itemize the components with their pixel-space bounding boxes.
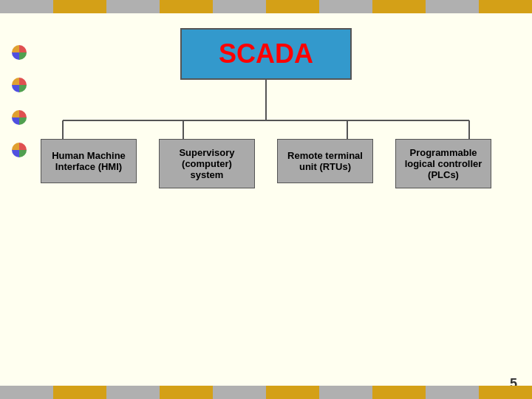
top-bar-segment bbox=[266, 0, 319, 13]
bottom-bar-segment bbox=[0, 386, 53, 399]
bottom-bar-segment bbox=[479, 386, 532, 399]
bottom-bar-segment bbox=[319, 386, 372, 399]
bottom-bar-segment bbox=[213, 386, 266, 399]
diagram-area: Human Machine Interface (HMI)Supervisory… bbox=[22, 80, 510, 228]
top-bar-segment bbox=[160, 0, 213, 13]
bottom-bar-segment bbox=[160, 386, 213, 399]
top-bar-segment bbox=[106, 0, 160, 13]
top-bar-segment bbox=[213, 0, 266, 13]
bottom-bar-segment bbox=[266, 386, 319, 399]
bottom-bar-segment bbox=[106, 386, 160, 399]
child-box-supervisory: Supervisory (computer) system bbox=[159, 139, 255, 188]
top-bar-segment bbox=[0, 0, 53, 13]
top-bar-segment bbox=[479, 0, 532, 13]
children-row: Human Machine Interface (HMI)Supervisory… bbox=[22, 139, 510, 188]
top-bar-segment bbox=[53, 0, 106, 13]
main-content: SCADA Human Machine Interface (HMI)Super… bbox=[0, 13, 532, 242]
scada-label: SCADA bbox=[219, 38, 313, 69]
scada-box: SCADA bbox=[180, 28, 352, 80]
top-bar-segment bbox=[426, 0, 479, 13]
bottom-bar bbox=[0, 386, 532, 399]
bottom-bar-segment bbox=[372, 386, 426, 399]
child-box-rtu: Remote terminal unit (RTUs) bbox=[277, 139, 373, 183]
pie-chart-icon bbox=[11, 44, 27, 61]
bottom-bar-segment bbox=[426, 386, 479, 399]
child-box-hmi: Human Machine Interface (HMI) bbox=[41, 139, 137, 183]
top-bar-segment bbox=[372, 0, 426, 13]
child-box-plc: Programmable logical controller (PLCs) bbox=[395, 139, 491, 188]
bottom-bar-segment bbox=[53, 386, 106, 399]
top-bar bbox=[0, 0, 532, 13]
top-bar-segment bbox=[319, 0, 372, 13]
